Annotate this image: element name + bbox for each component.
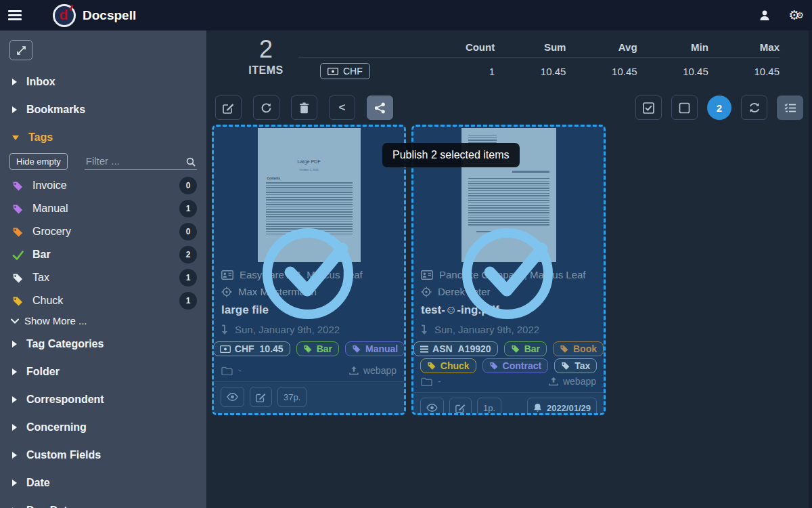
item-date-line: Sun, January 9th, 2022 <box>413 324 604 335</box>
search-icon <box>186 157 196 167</box>
open-detail-button[interactable] <box>449 398 472 415</box>
col-max: Max <box>708 41 780 53</box>
col-count: Count <box>424 41 495 53</box>
tag-badge-bar: Bar <box>504 341 547 356</box>
sidebar-item-concerning[interactable]: Concerning <box>9 421 197 433</box>
open-detail-button[interactable] <box>250 387 272 407</box>
merge-button[interactable]: < <box>329 96 355 120</box>
badge-area: CHF 10.45 Bar Manual <box>214 341 404 362</box>
sidebar-item-tags[interactable]: Tags <box>9 131 197 144</box>
sidebar-item-label: Correspondent <box>26 394 104 406</box>
sidebar-item-label: Tag Categories <box>26 338 104 350</box>
reprocess-button[interactable] <box>253 96 279 120</box>
sidebar-item-due-date[interactable]: Due Date <box>9 505 197 508</box>
sidebar-item-inbox[interactable]: Inbox <box>9 76 197 88</box>
tag-filter-input[interactable] <box>85 153 197 170</box>
field-badge-value: 10.45 <box>260 343 284 354</box>
caret-right-icon <box>12 424 17 431</box>
scrollbar[interactable] <box>809 30 812 508</box>
sidebar-item-label: Folder <box>26 366 60 378</box>
user-icon[interactable] <box>759 9 771 22</box>
tag-label: Invoice <box>32 179 67 192</box>
tag-row-manual[interactable]: Manual 1 <box>9 201 197 216</box>
select-all-icon <box>643 102 654 114</box>
cell-count: 1 <box>424 66 495 77</box>
sidebar-item-label: Concerning <box>26 421 87 433</box>
tag-row-bar-selected[interactable]: Bar 2 <box>9 247 197 262</box>
asn-icon <box>420 345 428 353</box>
preview-button[interactable] <box>221 387 244 407</box>
tag-count-badge: 0 <box>179 223 197 240</box>
reprocess-icon <box>261 102 272 114</box>
caret-right-icon <box>12 341 17 347</box>
select-all-button[interactable] <box>635 96 662 120</box>
hide-empty-toggle[interactable]: Hide empty <box>9 153 68 170</box>
sidebar-item-label: Custom Fields <box>26 449 101 461</box>
folder-icon <box>421 377 432 386</box>
share-button[interactable] <box>367 96 393 120</box>
list-view-toggle-button[interactable] <box>777 96 803 120</box>
item-title: test-☺-ing.pdf <box>413 303 604 317</box>
tag-row-invoice[interactable]: Invoice 0 <box>9 178 197 193</box>
app-logo[interactable]: d Docspell <box>53 4 136 27</box>
sidebar-collapse-button[interactable] <box>9 40 32 60</box>
tag-icon <box>352 344 361 354</box>
sidebar-item-folder[interactable]: Folder <box>9 366 197 378</box>
sidebar-item-label: Bookmarks <box>26 104 85 116</box>
folder-value: - <box>238 365 242 376</box>
sidebar-item-bookmarks[interactable]: Bookmarks <box>9 104 197 116</box>
folder-icon <box>221 366 233 375</box>
field-badge-value: A19920 <box>458 343 491 354</box>
tag-count-badge: 0 <box>179 177 197 194</box>
sidebar-item-tag-categories[interactable]: Tag Categories <box>9 338 197 350</box>
concerning-line: Max Mustermann <box>214 286 404 297</box>
edit-selected-button[interactable] <box>215 96 242 120</box>
tag-icon <box>12 180 24 192</box>
share-icon <box>374 102 386 114</box>
check-icon <box>12 249 24 261</box>
tag-badge-contract: Contract <box>482 358 549 373</box>
source-value: webapp <box>563 376 596 387</box>
item-date-icon <box>421 324 428 335</box>
currency-label: CHF <box>343 66 363 77</box>
deselect-all-button[interactable] <box>671 96 698 120</box>
stats-summary: 2 ITEMS Count Sum Avg Min Max CHF 1 <box>206 30 812 85</box>
tag-row-tax[interactable]: Tax 1 <box>9 270 197 285</box>
menu-icon <box>8 8 22 22</box>
col-sum: Sum <box>495 41 566 53</box>
chevron-down-icon <box>11 318 19 324</box>
show-more-link[interactable]: Show More ... <box>9 315 197 326</box>
docspell-logo-icon: d <box>53 4 76 27</box>
sidebar-item-date[interactable]: Date <box>9 477 197 489</box>
tag-count-badge: 1 <box>179 292 197 310</box>
invert-selection-button[interactable] <box>741 96 767 120</box>
caret-right-icon <box>12 396 17 403</box>
sidebar-item-label: Tags <box>28 131 53 144</box>
menu-button[interactable] <box>0 0 30 30</box>
sidebar-item-label: Due Date <box>26 505 73 508</box>
cell-sum: 10.45 <box>495 66 566 77</box>
preview-button[interactable] <box>420 398 444 415</box>
card-footer: 37p. <box>214 381 404 413</box>
source-icon <box>349 366 359 375</box>
tag-badge-book: Book <box>553 341 604 356</box>
tag-row-grocery[interactable]: Grocery 0 <box>9 224 197 239</box>
table-row: CHF 1 10.45 10.45 10.45 10.45 <box>298 58 780 85</box>
selected-count-badge: 2 <box>707 96 731 120</box>
tag-count-badge: 2 <box>179 246 197 263</box>
concerning-icon <box>221 287 232 297</box>
correspondent-icon <box>421 270 433 280</box>
caret-down-icon <box>12 135 19 140</box>
sidebar-item-correspondent[interactable]: Correspondent <box>9 394 197 406</box>
item-card-test-ing-pdf[interactable]: Pancake Company, Marcus Leaf Derek Jeter… <box>411 125 606 415</box>
tag-row-chuck[interactable]: Chuck 1 <box>9 293 197 308</box>
sidebar-item-custom-fields[interactable]: Custom Fields <box>9 449 197 461</box>
item-card-large-file[interactable]: Large PDF October 1, 2020 Contents EasyC… <box>212 125 406 415</box>
sidebar: Inbox Bookmarks Tags Hide empty Invoice … <box>0 30 206 508</box>
tag-badge-label: Bar <box>524 343 540 354</box>
delete-button[interactable] <box>291 96 317 120</box>
col-min: Min <box>637 41 708 53</box>
gears-icon[interactable]: ⚙⚙ <box>788 7 800 23</box>
item-preview-thumbnail: Large PDF October 1, 2020 Contents <box>214 127 404 263</box>
cell-max: 10.45 <box>708 66 780 77</box>
